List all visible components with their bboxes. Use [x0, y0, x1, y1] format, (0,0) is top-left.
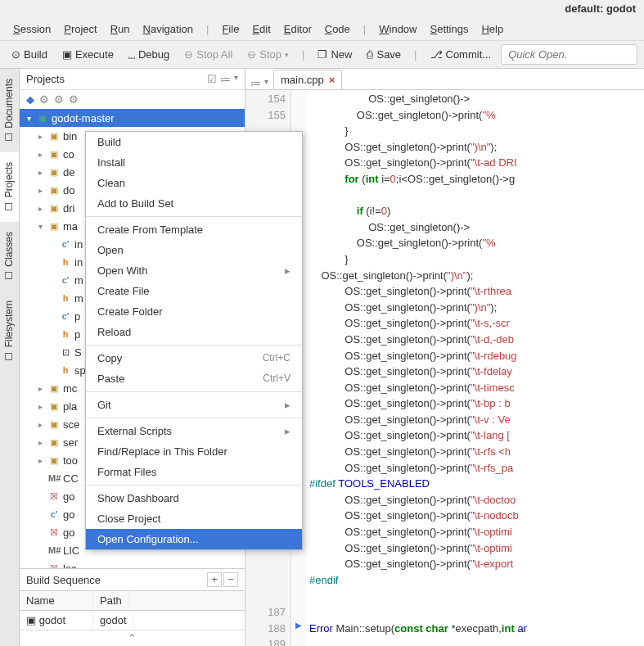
- add-button[interactable]: +: [207, 572, 222, 587]
- menu-item-build[interactable]: Build: [86, 132, 302, 152]
- quick-open-input[interactable]: [501, 44, 637, 65]
- table-row[interactable]: ▣ godot godot: [20, 611, 245, 630]
- menu-item-add-to-build-set[interactable]: Add to Build Set: [86, 193, 302, 214]
- menubar: SessionProjectRunNavigation|FileEditEdit…: [0, 18, 644, 41]
- menu-item-create-folder[interactable]: Create Folder: [86, 301, 302, 322]
- expand-icon[interactable]: ▸: [36, 204, 45, 213]
- cfile-icon: c': [60, 311, 71, 321]
- play-circle-icon: ⊙: [11, 48, 20, 61]
- project-icon: ▣: [26, 614, 39, 626]
- tab-list-icon[interactable]: ≔: [250, 77, 261, 89]
- build-seq-title: Build Sequence: [26, 574, 101, 586]
- chevron-down-icon[interactable]: ▾: [264, 77, 268, 89]
- menu-code[interactable]: Code: [320, 20, 355, 38]
- code-editor[interactable]: OS::get_singleton()-> OS::get_singleton(…: [306, 90, 644, 646]
- folder-icon: [48, 185, 60, 196]
- menu-item-reload[interactable]: Reload: [86, 322, 302, 342]
- folder-icon: [48, 401, 60, 412]
- folder-icon: [48, 383, 60, 394]
- menu-edit[interactable]: Edit: [247, 20, 275, 38]
- execute-icon: ▣: [62, 48, 72, 61]
- menu-item-close-project[interactable]: Close Project: [86, 508, 302, 529]
- menu-item-open[interactable]: Open: [86, 240, 302, 260]
- build-button[interactable]: ⊙Build: [7, 45, 52, 64]
- collapse-button[interactable]: ⌃: [20, 630, 245, 646]
- folder-icon: [48, 437, 60, 448]
- menu-window[interactable]: Window: [374, 20, 421, 38]
- menu-item-create-file[interactable]: Create File: [86, 281, 302, 301]
- menu-item-copy[interactable]: CopyCtrl+C: [86, 348, 302, 368]
- none-icon: ⊡: [60, 347, 71, 358]
- chevron-down-icon[interactable]: ▾: [234, 73, 238, 85]
- hfile-icon: h: [60, 293, 71, 303]
- new-button[interactable]: ❐New: [313, 45, 357, 64]
- menu-item-paste[interactable]: PasteCtrl+V: [86, 368, 302, 389]
- folder-icon: [48, 167, 60, 178]
- gear-icon[interactable]: ⚙: [69, 93, 79, 106]
- menu-navigation[interactable]: Navigation: [138, 20, 198, 38]
- stopall-button[interactable]: ⊖Stop All: [179, 45, 237, 64]
- expand-icon[interactable]: ▸: [36, 186, 45, 195]
- menu-item-git[interactable]: Git▸: [86, 395, 302, 415]
- menu-run[interactable]: Run: [106, 20, 135, 38]
- tree-item[interactable]: ☒ loc: [20, 559, 245, 568]
- new-file-icon: ❐: [317, 48, 327, 61]
- expand-icon[interactable]: ▸: [36, 456, 45, 465]
- folder-icon: [48, 419, 60, 430]
- sidebar-tab-classes[interactable]: ☐ Classes: [0, 222, 19, 291]
- menu-item-format-files[interactable]: Format Files: [86, 462, 302, 482]
- cfile-icon: c': [60, 239, 71, 249]
- execute-button[interactable]: ▣Execute: [57, 45, 119, 64]
- expand-icon[interactable]: ▸: [36, 132, 45, 141]
- menu-item-show-dashboard[interactable]: Show Dashboard: [86, 488, 302, 508]
- sidebar-tab-documents[interactable]: ☐ Documents: [0, 69, 19, 152]
- stop-button[interactable]: ⊖Stop▾: [242, 45, 294, 64]
- window-title: default: godot: [0, 0, 644, 18]
- remove-button[interactable]: −: [223, 572, 238, 587]
- diamond-icon[interactable]: ◆: [26, 93, 34, 106]
- sidebar-tab-projects[interactable]: ☐ Projects: [0, 152, 19, 222]
- toolbar: ⊙Build ▣Execute ⎵Debug ⊖Stop All ⊖Stop▾ …: [0, 41, 644, 69]
- chevron-right-icon: ▸: [285, 425, 290, 437]
- stop-icon: ⊖: [247, 48, 256, 61]
- expand-icon[interactable]: ▾: [36, 222, 45, 231]
- folder-icon: [48, 131, 60, 142]
- expand-icon[interactable]: ▸: [36, 384, 45, 393]
- save-button[interactable]: ⎙Save: [362, 45, 406, 64]
- expand-icon[interactable]: ▸: [36, 402, 45, 411]
- menu-session[interactable]: Session: [8, 20, 56, 38]
- commit-button[interactable]: ⎇Commit...: [426, 45, 497, 64]
- menu-item-install[interactable]: Install: [86, 152, 302, 173]
- debug-icon: ⎵: [128, 48, 135, 61]
- folder-icon: [48, 221, 60, 232]
- editor-panel: ≔ ▾ main.cpp × 154155187188189190 ▶▶ OS:…: [245, 69, 644, 646]
- chevron-right-icon: ▸: [285, 399, 290, 411]
- expand-icon[interactable]: ▸: [36, 150, 45, 159]
- menu-settings[interactable]: Settings: [425, 20, 473, 38]
- menu-item-open-configuration-[interactable]: Open Configuration...: [86, 529, 302, 549]
- editor-tab[interactable]: main.cpp ×: [273, 70, 342, 89]
- menu-editor[interactable]: Editor: [279, 20, 317, 38]
- panel-icon[interactable]: ≔: [220, 73, 231, 85]
- menu-item-open-with[interactable]: Open With▸: [86, 260, 302, 281]
- panel-icon[interactable]: ☑: [207, 73, 217, 85]
- close-icon[interactable]: ×: [329, 74, 336, 86]
- tree-root[interactable]: ▾▣godot-master: [20, 109, 245, 127]
- expand-icon[interactable]: ▸: [36, 168, 45, 177]
- gear-icon[interactable]: ⚙: [54, 93, 64, 106]
- menu-file[interactable]: File: [217, 20, 244, 38]
- menu-project[interactable]: Project: [59, 20, 101, 38]
- menu-item-clean[interactable]: Clean: [86, 173, 302, 193]
- expand-icon[interactable]: ▸: [36, 420, 45, 429]
- menu-help[interactable]: Help: [476, 20, 508, 38]
- menu-item-find-replace-in-this-folder[interactable]: Find/Replace in This Folder: [86, 441, 302, 462]
- debug-button[interactable]: ⎵Debug: [124, 45, 174, 64]
- table-header: NamePath: [20, 591, 245, 611]
- menu-item-create-from-template[interactable]: Create From Template: [86, 219, 302, 240]
- expand-icon[interactable]: ▸: [36, 438, 45, 447]
- menu-item-external-scripts[interactable]: External Scripts▸: [86, 421, 302, 441]
- hfile-icon: h: [60, 257, 71, 267]
- gear-icon[interactable]: ⚙: [39, 93, 49, 106]
- commit-icon: ⎇: [430, 48, 443, 61]
- sidebar-tab-filesystem[interactable]: ☐ Filesystem: [0, 291, 19, 372]
